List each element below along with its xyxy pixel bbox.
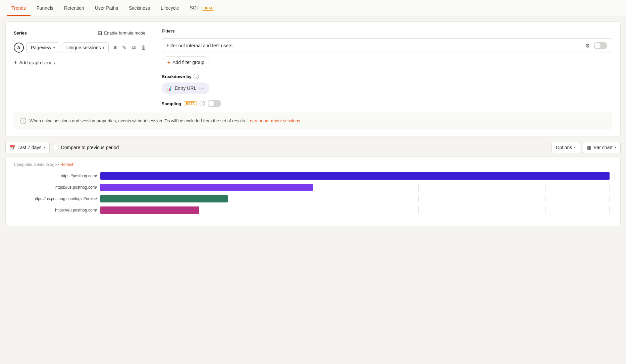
bar-label: https://eu.posthog.com/ xyxy=(16,208,97,213)
add-series-button[interactable]: + Add graph series xyxy=(14,58,148,67)
top-navigation: Trends Funnels Retention User Paths Stic… xyxy=(0,0,626,16)
series-actions: ≡ ✎ ⧉ 🗑 xyxy=(111,43,148,52)
config-card: Series ⊞ Enable formula mode A Pageview … xyxy=(5,21,621,136)
breakdown-chip-icon: 📊 xyxy=(166,85,172,91)
breakdown-section: Breakdown by i 📊 Entry URL ··· xyxy=(162,74,612,94)
refresh-link[interactable]: Refresh xyxy=(60,162,74,167)
bar-label: https://us.posthog.com/login?next=/ xyxy=(16,196,97,201)
bar-fill[interactable] xyxy=(100,172,610,180)
internal-filter-toggle[interactable] xyxy=(594,42,607,49)
bar-chart-row: https://posthog.com/ xyxy=(16,172,610,180)
sampling-info-icon[interactable]: i xyxy=(200,101,205,106)
filters-section: Filters Filter out internal and test use… xyxy=(162,28,612,107)
nav-item-trends[interactable]: Trends xyxy=(7,1,31,15)
bar-chart-row: https://us.posthog.com/ xyxy=(16,184,610,191)
config-top: Series ⊞ Enable formula mode A Pageview … xyxy=(14,28,612,107)
main-content: Series ⊞ Enable formula mode A Pageview … xyxy=(0,16,626,232)
series-label: Series xyxy=(14,31,27,36)
compare-checkbox[interactable] xyxy=(53,145,58,150)
options-chevron-icon: ▾ xyxy=(574,145,576,149)
sampling-label: Sampling xyxy=(162,101,181,106)
formula-mode-button[interactable]: ⊞ Enable formula mode xyxy=(95,28,148,38)
delete-series-button[interactable]: 🗑 xyxy=(139,43,148,52)
event-chevron-icon: ▾ xyxy=(53,46,55,50)
bar-chart-row: https://us.posthog.com/login?next=/ xyxy=(16,195,610,202)
bar-chart-row: https://eu.posthog.com/ xyxy=(16,206,610,214)
filter-series-button[interactable]: ≡ xyxy=(111,43,118,52)
breakdown-chip[interactable]: 📊 Entry URL ··· xyxy=(162,82,209,94)
bar-chart: https://posthog.com/https://us.posthog.c… xyxy=(14,172,612,214)
date-chevron-icon: ▾ xyxy=(44,145,45,149)
breakdown-info-icon[interactable]: i xyxy=(194,74,199,79)
add-filter-plus-icon: + xyxy=(167,59,170,65)
bar-track xyxy=(100,184,610,191)
date-range-button[interactable]: 📅 Last 7 days ▾ xyxy=(5,142,50,153)
learn-more-link[interactable]: Learn more about sessions. xyxy=(248,118,301,123)
compare-checkbox-row[interactable]: Compare to previous period xyxy=(53,145,119,150)
edit-series-button[interactable]: ✎ xyxy=(120,43,128,52)
series-section: Series ⊞ Enable formula mode A Pageview … xyxy=(14,28,148,107)
bar-fill[interactable] xyxy=(100,195,228,202)
series-letter: A xyxy=(14,43,24,53)
metric-chevron-icon: ▾ xyxy=(103,46,104,50)
metric-dropdown[interactable]: Unique sessions ▾ xyxy=(62,42,109,53)
calendar-icon: 📅 xyxy=(10,145,15,150)
barchart-icon: ▦ xyxy=(587,145,591,150)
nav-item-sql[interactable]: SQL BETA xyxy=(185,0,219,15)
sql-beta-badge: BETA xyxy=(202,6,214,11)
bar-label: https://us.posthog.com/ xyxy=(16,185,97,190)
computed-row: Computed a minute ago • Refresh xyxy=(14,162,612,167)
sampling-beta-badge: BETA xyxy=(184,101,197,106)
series-row: A Pageview ▾ Unique sessions ▾ ≡ ✎ ⧉ 🗑 xyxy=(14,42,148,53)
filters-label: Filters xyxy=(162,28,612,34)
formula-icon: ⊞ xyxy=(98,30,102,36)
add-filter-group-button[interactable]: + Add filter group xyxy=(162,56,210,68)
breakdown-dots-menu[interactable]: ··· xyxy=(199,85,204,91)
nav-item-funnels[interactable]: Funnels xyxy=(32,1,58,15)
sampling-toggle[interactable] xyxy=(208,100,221,107)
sampling-row: Sampling BETA i xyxy=(162,100,612,107)
bar-track xyxy=(100,195,610,202)
bar-track xyxy=(100,172,610,180)
breakdown-label: Breakdown by i xyxy=(162,74,612,79)
chart-controls-right: Options ▾ ▦ Bar chart ▾ xyxy=(552,142,621,153)
copy-series-button[interactable]: ⧉ xyxy=(130,43,138,52)
event-dropdown[interactable]: Pageview ▾ xyxy=(27,42,59,53)
bar-track xyxy=(100,206,610,214)
nav-item-user-paths[interactable]: User Paths xyxy=(90,1,123,15)
bar-fill[interactable] xyxy=(100,184,313,191)
chart-card: Computed a minute ago • Refresh https://… xyxy=(5,157,621,226)
chart-controls: 📅 Last 7 days ▾ Compare to previous peri… xyxy=(5,142,621,153)
chart-type-button[interactable]: ▦ Bar chart ▾ xyxy=(583,142,621,153)
info-banner-icon: i xyxy=(20,118,26,124)
bar-fill[interactable] xyxy=(100,206,199,214)
options-button[interactable]: Options ▾ xyxy=(552,142,580,153)
add-series-plus-icon: + xyxy=(14,59,17,66)
info-banner: i When using sessions and session proper… xyxy=(14,113,612,129)
nav-item-lifecycle[interactable]: Lifecycle xyxy=(156,1,184,15)
filter-gear-icon[interactable]: ⚙ xyxy=(585,43,590,49)
bar-label: https://posthog.com/ xyxy=(16,174,97,178)
chart-type-chevron-icon: ▾ xyxy=(615,145,616,149)
filter-internal-row: Filter out internal and test users ⚙ xyxy=(162,38,612,53)
nav-item-retention[interactable]: Retention xyxy=(59,1,89,15)
nav-item-stickiness[interactable]: Stickiness xyxy=(124,1,155,15)
